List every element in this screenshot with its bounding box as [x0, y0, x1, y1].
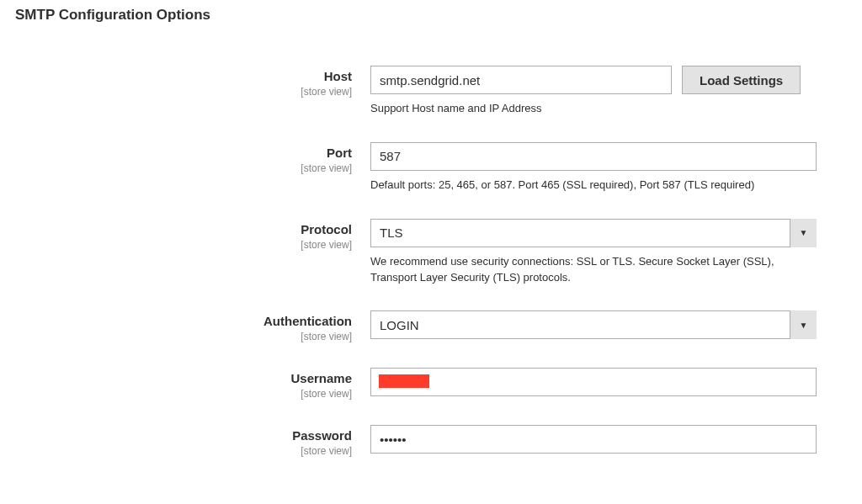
authentication-select-wrap: LOGIN ▼ [370, 310, 817, 339]
section-title: SMTP Configuration Options [0, 0, 862, 24]
password-input[interactable] [370, 425, 817, 454]
label-col: Port [store view] [25, 142, 370, 174]
field-row-host: Host [store view] Load Settings Support … [25, 66, 837, 117]
load-settings-button[interactable]: Load Settings [682, 66, 801, 94]
host-help-text: Support Host name and IP Address [370, 101, 808, 117]
authentication-select[interactable]: LOGIN [370, 310, 817, 339]
field-row-password: Password [store view] [25, 425, 837, 457]
label-col: Password [store view] [25, 425, 370, 457]
field-row-protocol: Protocol [store view] TLS ▼ We recommend… [25, 219, 837, 286]
label-col: Host [store view] [25, 66, 370, 98]
field-row-port: Port [store view] Default ports: 25, 465… [25, 142, 837, 194]
username-input[interactable] [370, 368, 817, 396]
protocol-help-text: We recommend use security connections: S… [370, 254, 808, 286]
label-col: Authentication [store view] [25, 310, 370, 342]
host-input[interactable] [370, 66, 672, 94]
protocol-select-wrap: TLS ▼ [370, 219, 817, 247]
value-col: LOGIN ▼ [370, 310, 817, 339]
protocol-label: Protocol [25, 222, 352, 237]
protocol-select[interactable]: TLS [370, 219, 817, 247]
port-label: Port [25, 146, 352, 161]
host-label: Host [25, 69, 352, 84]
label-col: Username [store view] [25, 368, 370, 400]
password-label: Password [25, 428, 352, 443]
field-row-authentication: Authentication [store view] LOGIN ▼ [25, 310, 837, 342]
scope-label: [store view] [25, 86, 352, 98]
username-label: Username [25, 371, 352, 386]
label-col: Protocol [store view] [25, 219, 370, 251]
host-input-row: Load Settings [370, 66, 837, 94]
value-col [370, 425, 817, 454]
port-input[interactable] [370, 142, 817, 171]
scope-label: [store view] [25, 331, 352, 342]
scope-label: [store view] [25, 162, 352, 174]
port-help-text: Default ports: 25, 465, or 587. Port 465… [370, 178, 808, 194]
field-row-username: Username [store view] [25, 368, 837, 400]
value-col: Default ports: 25, 465, or 587. Port 465… [370, 142, 817, 194]
smtp-config-form: Host [store view] Load Settings Support … [0, 24, 862, 482]
value-col [370, 368, 817, 396]
scope-label: [store view] [25, 239, 352, 251]
authentication-label: Authentication [25, 314, 352, 329]
scope-label: [store view] [25, 445, 352, 457]
value-col: Load Settings Support Host name and IP A… [370, 66, 837, 117]
scope-label: [store view] [25, 388, 352, 400]
value-col: TLS ▼ We recommend use security connecti… [370, 219, 817, 286]
